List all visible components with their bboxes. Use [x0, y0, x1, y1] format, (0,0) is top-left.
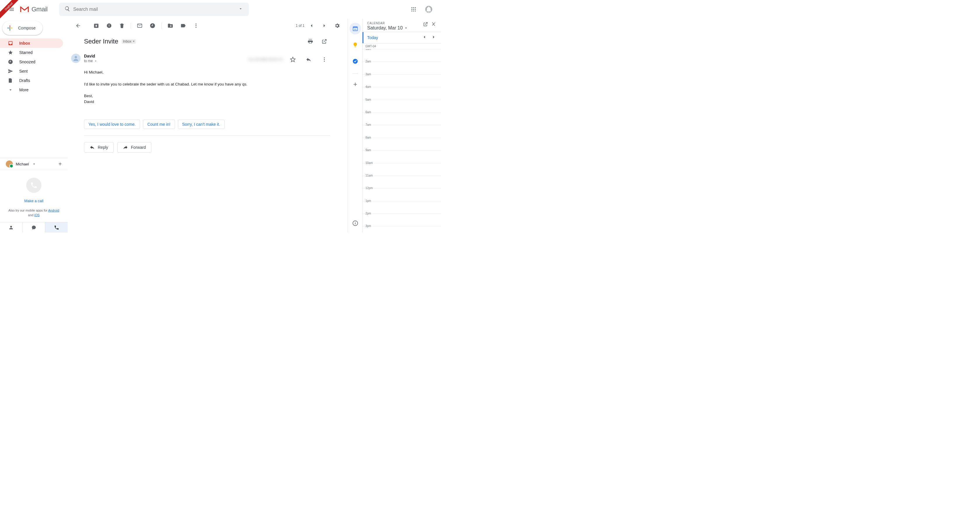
rail-separator: [352, 73, 358, 74]
calendar-hour-slot[interactable]: 12pm: [363, 188, 441, 201]
message-timestamp: Xxx 00 0000 00:00 XX: [248, 57, 283, 62]
rail-keep-button[interactable]: [349, 39, 361, 51]
search-icon[interactable]: [62, 6, 73, 13]
labels-button[interactable]: [177, 20, 189, 32]
google-apps-button[interactable]: [408, 3, 419, 15]
ios-link[interactable]: iOS: [34, 213, 40, 217]
settings-button[interactable]: [331, 20, 343, 32]
nav-inbox[interactable]: Inbox: [0, 38, 63, 48]
message-body: Hi Michael, I'd like to invite you to ce…: [84, 70, 330, 105]
divider: [84, 135, 330, 136]
back-button[interactable]: [72, 20, 84, 32]
open-in-new-button[interactable]: [318, 36, 330, 47]
nav-drafts-label: Drafts: [19, 78, 30, 83]
send-icon: [8, 68, 13, 74]
android-link[interactable]: Android: [48, 208, 59, 212]
star-message-button[interactable]: [287, 54, 299, 65]
message-more-button[interactable]: [318, 54, 330, 65]
move-to-button[interactable]: [164, 20, 176, 32]
trash-icon: [119, 23, 125, 29]
calendar-close-button[interactable]: [431, 22, 436, 28]
calendar-hour-slot[interactable]: 5am: [363, 100, 441, 112]
star-outline-icon: [290, 57, 296, 62]
calendar-hour-slot[interactable]: 1pm: [363, 201, 441, 213]
recipient-line[interactable]: to me: [84, 59, 97, 63]
rail-info-button[interactable]: [349, 217, 361, 229]
mobile-apps-note: Also try our mobile apps for Android and…: [3, 208, 65, 217]
caret-down-icon: [404, 26, 408, 30]
calendar-hour-slot[interactable]: 8am: [363, 138, 441, 150]
delete-button[interactable]: [116, 20, 128, 32]
calendar-date-selector[interactable]: Saturday, Mar 10: [367, 25, 408, 31]
notifications-button[interactable]: [423, 3, 434, 15]
nav-more[interactable]: More: [0, 85, 63, 94]
make-a-call-link[interactable]: Make a call: [3, 199, 65, 203]
svg-point-16: [75, 56, 77, 58]
hangouts-tab-chats[interactable]: [23, 222, 46, 232]
smart-reply-1[interactable]: Yes, I would love to come.: [84, 119, 140, 129]
calendar-hour-slot[interactable]: 3pm: [363, 226, 441, 232]
calendar-hour-slot[interactable]: 2am: [363, 62, 441, 74]
chip-remove-icon[interactable]: ×: [133, 40, 135, 43]
left-sidebar: Compose Inbox Starred Snoozed Sent: [0, 19, 68, 232]
nav-drafts[interactable]: Drafts: [0, 76, 63, 85]
hangouts-new-button[interactable]: +: [58, 161, 62, 167]
inbox-chip[interactable]: Inbox ×: [122, 39, 135, 44]
calendar-hour-slot[interactable]: 6am: [363, 112, 441, 125]
calendar-prev-day[interactable]: [422, 34, 427, 41]
search-input[interactable]: [73, 7, 235, 12]
calendar-hour-slot[interactable]: 1am: [363, 49, 441, 62]
calendar-today-button[interactable]: Today: [363, 32, 378, 43]
nav-snoozed[interactable]: Snoozed: [0, 57, 63, 67]
gear-icon: [334, 23, 340, 29]
app-header: Gmail: [0, 0, 441, 19]
nav-sent[interactable]: Sent: [0, 67, 63, 76]
self-name: Michael: [16, 162, 29, 166]
forward-button[interactable]: Forward: [117, 142, 151, 153]
hangouts-self-row[interactable]: Michael +: [0, 158, 68, 170]
person-icon: [72, 55, 80, 62]
smart-reply-3[interactable]: Sorry, I can't make it.: [178, 119, 224, 129]
reply-icon-button[interactable]: [303, 54, 314, 65]
rail-tasks-button[interactable]: [349, 56, 361, 67]
report-spam-button[interactable]: [103, 20, 115, 32]
calendar-hour-slot[interactable]: 4am: [363, 87, 441, 100]
hangouts-tabs: [0, 222, 68, 232]
draft-icon: [8, 78, 13, 83]
search-options-caret[interactable]: [235, 6, 247, 12]
nav-starred[interactable]: Starred: [0, 48, 63, 57]
calendar-hour-slot[interactable]: 11am: [363, 176, 441, 188]
gmail-logo[interactable]: Gmail: [20, 6, 48, 13]
svg-point-3: [412, 7, 412, 8]
print-button[interactable]: [304, 36, 316, 47]
prev-message-button[interactable]: [305, 20, 317, 32]
sender-name: David: [84, 54, 97, 58]
mark-unread-button[interactable]: [134, 20, 146, 32]
snooze-button[interactable]: [147, 20, 158, 32]
calendar-hour-slot[interactable]: 10am: [363, 163, 441, 176]
rail-get-addons-button[interactable]: [349, 78, 361, 90]
hangouts-tab-calls[interactable]: [45, 222, 68, 232]
chevron-left-icon: [309, 23, 314, 29]
calendar-day-grid[interactable]: 1am2am3am4am5am6am7am8am9am10am11am12pm1…: [363, 49, 441, 232]
archive-button[interactable]: [91, 20, 102, 32]
calendar-next-day[interactable]: [431, 34, 436, 41]
smart-reply-2[interactable]: Count me in!: [143, 119, 175, 129]
rail-calendar-button[interactable]: 31: [349, 23, 361, 34]
caret-down-icon: [238, 6, 243, 11]
person-icon: [8, 225, 14, 230]
search-bar[interactable]: [59, 3, 249, 16]
calendar-hour-slot[interactable]: 2pm: [363, 213, 441, 226]
arrow-left-icon: [75, 23, 81, 29]
reply-button[interactable]: Reply: [84, 142, 114, 153]
more-actions-button[interactable]: [190, 20, 202, 32]
next-message-button[interactable]: [318, 20, 330, 32]
calendar-hour-slot[interactable]: 3am: [363, 75, 441, 87]
calendar-hour-slot[interactable]: 7am: [363, 125, 441, 137]
smart-reply-row: Yes, I would love to come. Count me in! …: [84, 119, 330, 129]
compose-button[interactable]: Compose: [2, 21, 43, 35]
keep-icon: [352, 42, 358, 48]
calendar-hour-slot[interactable]: 9am: [363, 150, 441, 163]
hangouts-tab-contacts[interactable]: [0, 222, 23, 232]
calendar-open-button[interactable]: [423, 22, 428, 28]
